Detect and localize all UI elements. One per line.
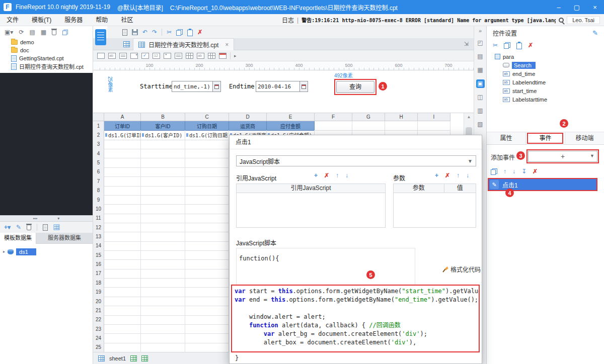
add-ref-icon[interactable]: + [314, 172, 318, 179]
tree-item-date-widget-report[interactable]: 日期控件查询天数控制.cpt [0, 62, 93, 70]
grid-widget-icon[interactable] [186, 53, 193, 59]
row-header-23[interactable]: 23 [93, 324, 104, 334]
delete-event-icon[interactable]: ✗ [533, 168, 538, 175]
column-header-A[interactable]: A [104, 113, 141, 121]
code-line[interactable]: function alert(data, callback) { //回调函数 [235, 321, 479, 330]
sheet-tab-label[interactable]: sheet1 [109, 355, 126, 361]
cell-C25[interactable] [185, 343, 229, 352]
sheet-corner[interactable] [93, 113, 104, 121]
cell-C2[interactable]: ds1.G(订购日期) [185, 130, 229, 140]
row-header-17[interactable]: 17 [93, 269, 104, 279]
tab-attributes[interactable]: 属性 [487, 132, 526, 144]
cell-C3[interactable] [185, 140, 229, 149]
more-widgets-icon[interactable]: ▸ [234, 53, 237, 58]
float-element-icon[interactable]: ▦ [476, 66, 485, 74]
condition-attribute-icon[interactable]: ◫ [476, 93, 485, 102]
menu-community[interactable]: 社区 [114, 14, 139, 26]
cell-A22[interactable] [104, 315, 141, 325]
label-widget-icon[interactable] [108, 53, 116, 59]
query-button[interactable]: 查询 [336, 81, 374, 93]
format-code-button[interactable]: 格式化代码 [442, 265, 481, 274]
cell-A19[interactable] [104, 287, 141, 297]
hyperlink-icon[interactable]: ▥ [476, 107, 485, 115]
code-line[interactable]: var start = this.options.form.getWidgetB… [235, 287, 479, 296]
cell-B2[interactable]: ds1.G(客户ID) [141, 130, 185, 140]
delete-file-icon[interactable] [52, 30, 56, 35]
code-line[interactable]: alert_box = document.createElement('div'… [235, 338, 479, 347]
cell-A15[interactable] [104, 250, 141, 260]
column-header-F[interactable]: F [315, 113, 352, 121]
cell-A24[interactable] [104, 333, 141, 343]
cell-C12[interactable] [185, 223, 229, 232]
cell-A6[interactable] [104, 167, 141, 177]
cell-A12[interactable] [104, 223, 141, 232]
row-header-11[interactable]: 11 [93, 214, 104, 223]
cell-B10[interactable] [141, 204, 185, 214]
move-up-icon[interactable]: ↑ [503, 168, 506, 175]
widget-settings-icon[interactable]: ▣ [476, 79, 485, 88]
user-account[interactable]: Leo. Tsai [567, 16, 600, 24]
radio-widget-icon[interactable] [164, 53, 171, 59]
cell-C5[interactable] [185, 158, 229, 167]
cell-B5[interactable] [141, 158, 185, 167]
cell-C24[interactable] [185, 333, 229, 343]
cell-A7[interactable] [104, 176, 141, 186]
view-mode-icon[interactable]: ▦ [41, 29, 46, 36]
cell-B1[interactable]: 客户ID [141, 121, 185, 131]
row-header-25[interactable]: 25 [93, 343, 104, 352]
row-header-16[interactable]: 16 [93, 259, 104, 269]
close-button[interactable]: × [586, 0, 604, 14]
delete-ref-icon[interactable]: ✗ [324, 172, 329, 179]
list-widget-icon[interactable] [175, 53, 182, 59]
tab-close-icon[interactable]: × [225, 41, 229, 48]
cut-icon[interactable]: ✂ [167, 29, 172, 36]
search-icon[interactable] [559, 18, 564, 23]
edit-panel-icon[interactable]: ✎ [592, 29, 598, 37]
cell-A13[interactable] [104, 232, 141, 241]
cell-C4[interactable] [185, 149, 229, 158]
tree-node-labelendtime[interactable]: Labelendtime [487, 78, 604, 86]
cell-B23[interactable] [141, 324, 185, 334]
tab-overflow-icon[interactable]: ⇲ [464, 41, 469, 47]
cell-B18[interactable] [141, 278, 185, 288]
template-list-icon[interactable] [123, 41, 130, 47]
redo-icon[interactable]: ↷ [152, 29, 157, 36]
tree-node-end-time[interactable]: end_time [487, 69, 604, 78]
move-down-icon[interactable]: ↓ [466, 172, 469, 179]
cell-B17[interactable] [141, 269, 185, 279]
cell-B14[interactable] [141, 241, 185, 251]
cell-B4[interactable] [141, 149, 185, 158]
cell-A21[interactable] [104, 306, 141, 315]
switch-directory-icon[interactable]: ▣▾ [5, 29, 13, 36]
move-down-icon[interactable]: ↓ [512, 168, 515, 175]
delete-dataset-icon[interactable] [27, 225, 31, 230]
delete-param-icon[interactable]: ✗ [445, 172, 450, 179]
add-param-icon[interactable]: + [435, 172, 438, 179]
menu-server[interactable]: 服务器 [58, 14, 89, 26]
starttime-input[interactable]: nd_time,-1) [172, 81, 221, 92]
ref-js-table[interactable]: 引用JavaScript [236, 184, 386, 228]
cell-G1[interactable] [352, 121, 385, 131]
cell-C10[interactable] [185, 204, 229, 214]
menu-file[interactable]: 文件 [0, 14, 25, 26]
row-header-24[interactable]: 24 [93, 333, 104, 343]
row-header-6[interactable]: 6 [93, 167, 104, 177]
column-header-I[interactable]: I [418, 113, 450, 121]
cell-A4[interactable] [104, 149, 141, 158]
row-header-13[interactable]: 13 [93, 232, 104, 241]
tab-events[interactable]: 事件 [526, 132, 565, 144]
sidebar-splitter[interactable]: ▪▪▪▾ [0, 215, 93, 222]
widget-library-icon[interactable]: ▧ [476, 120, 485, 129]
cell-A16[interactable] [104, 259, 141, 269]
new-folder-icon[interactable]: ▤ [29, 29, 35, 36]
tree-node-para[interactable]: para [487, 52, 604, 61]
copy-icon[interactable] [176, 29, 183, 36]
cell-C16[interactable] [185, 259, 229, 269]
expand-caret-icon[interactable]: ▸ [3, 249, 5, 254]
script-editor-frame[interactable] [236, 248, 415, 285]
row-header-4[interactable]: 4 [93, 149, 104, 158]
cell-B13[interactable] [141, 232, 185, 241]
row-header-1[interactable]: 1 [93, 121, 104, 131]
column-header-D[interactable]: D [229, 113, 267, 121]
column-header-H[interactable]: H [385, 113, 418, 121]
